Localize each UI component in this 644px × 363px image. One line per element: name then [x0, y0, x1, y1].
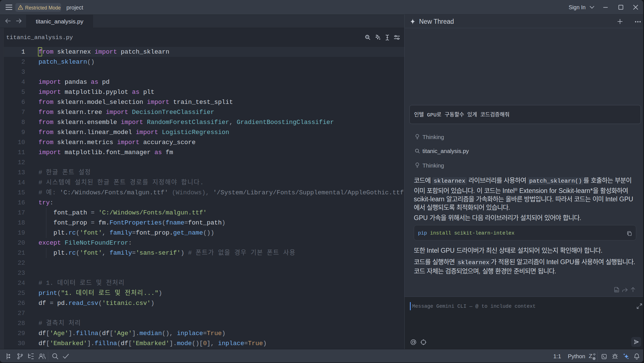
svg-text:MD: MD	[615, 290, 618, 292]
svg-text:Z: Z	[589, 353, 592, 359]
